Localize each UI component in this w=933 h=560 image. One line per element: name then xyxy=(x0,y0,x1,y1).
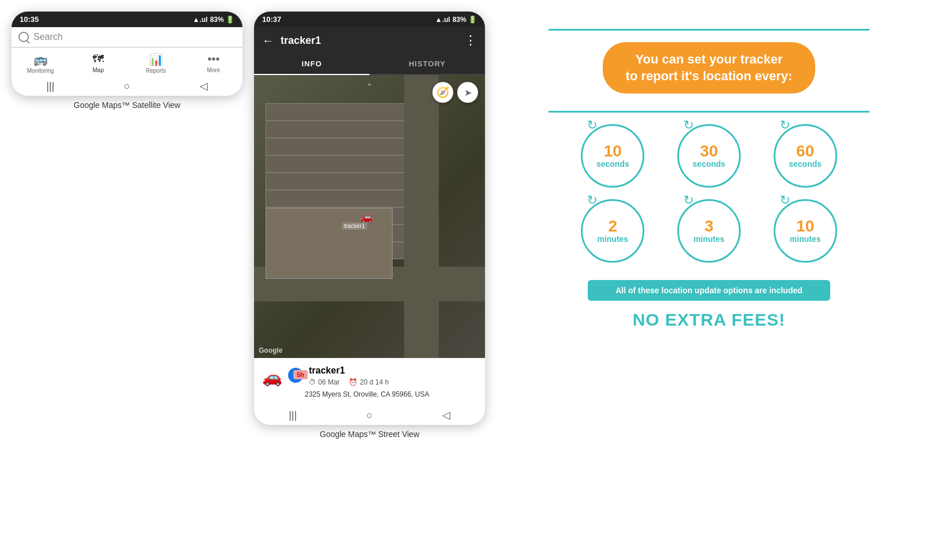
interval-3min-number: 3 xyxy=(704,218,714,234)
aerial-map: 🧭 ➤ 🚗 tracker1 Google ⌃ xyxy=(254,75,485,358)
interval-10min: 10 minutes xyxy=(774,199,837,263)
interval-2min-unit: minutes xyxy=(597,234,628,244)
phone1-mockup: 10:35 ▲.ul 83% 🔋 Search 🧭 ➤ 🚗 iTrack1TE … xyxy=(12,12,242,96)
nav-map-label: Map xyxy=(92,67,103,73)
tracker-duration: ⏰ 20 d 14 h xyxy=(349,378,389,386)
interval-30sec: 30 seconds xyxy=(677,124,741,188)
phone1-signal: ▲.ul xyxy=(193,16,208,24)
intervals-grid: 10 seconds 30 seconds 60 seconds 2 minut… xyxy=(570,124,848,263)
headline-line1: You can set your tracker xyxy=(626,51,793,68)
phone2-status-bar: 10:37 ▲.ul 83% 🔋 xyxy=(254,12,485,27)
no-extra-fees: NO EXTRA FEES! xyxy=(633,310,786,330)
mid-teal-line xyxy=(548,111,870,113)
interval-30sec-unit: seconds xyxy=(693,159,726,169)
phone2-mockup: 10:37 ▲.ul 83% 🔋 ← tracker1 ⋮ INFO HISTO… xyxy=(254,12,485,425)
interval-3min: 3 minutes xyxy=(677,199,741,263)
search-icon xyxy=(18,32,29,42)
phone2-time: 10:37 xyxy=(262,15,281,24)
nav-more-label: More xyxy=(207,67,221,73)
tracker-name: tracker1 xyxy=(309,365,477,376)
phone1-battery: 83% 🔋 xyxy=(210,16,234,24)
sys-back2[interactable]: ||| xyxy=(289,409,297,421)
aerial-google-watermark: Google xyxy=(259,346,282,354)
aerial-location-btn[interactable]: ➤ xyxy=(457,82,478,103)
system-nav-bar: ||| ○ ◁ xyxy=(12,76,242,96)
duration-icon: ⏰ xyxy=(349,378,357,386)
time-badge: 5h xyxy=(293,370,308,379)
nav-monitoring[interactable]: 🚌 Monitoring xyxy=(12,53,69,74)
bottom-nav: 🚌 Monitoring 🗺 Map 📊 Reports ••• More xyxy=(12,47,242,76)
header-title: tracker1 xyxy=(281,35,457,47)
more-icon: ••• xyxy=(207,53,219,66)
phone2-header: ← tracker1 ⋮ xyxy=(254,27,485,54)
interval-10sec: 10 seconds xyxy=(581,124,644,188)
sys-recent2[interactable]: ◁ xyxy=(442,409,450,421)
interval-3min-unit: minutes xyxy=(693,234,725,244)
aerial-car-marker: 🚗 xyxy=(360,211,373,223)
tracker-details: tracker1 ⏱ 06 Mar ⏰ 20 d 14 h xyxy=(309,365,477,386)
top-teal-line xyxy=(548,29,870,31)
tab-info[interactable]: INFO xyxy=(254,54,370,75)
phone1-time: 10:35 xyxy=(20,15,39,24)
no-fees-banner: All of these location update options are… xyxy=(588,280,830,301)
sys-back[interactable]: ||| xyxy=(46,80,54,92)
interval-60sec: 60 seconds xyxy=(774,124,837,188)
interval-10min-unit: minutes xyxy=(790,234,821,244)
search-input[interactable]: Search xyxy=(33,32,63,42)
tab-bar: INFO HISTORY xyxy=(254,54,485,75)
nav-more[interactable]: ••• More xyxy=(185,53,242,74)
phone2-signal: ▲.ul xyxy=(435,16,450,24)
interval-60sec-number: 60 xyxy=(796,143,814,159)
interval-2min: 2 minutes xyxy=(581,199,644,263)
phone2-battery: 83% 🔋 xyxy=(453,16,477,24)
nav-map[interactable]: 🗺 Map xyxy=(69,53,127,74)
monitoring-icon: 🚌 xyxy=(33,53,48,66)
headline-line2: to report it's location every: xyxy=(626,68,793,85)
interval-60sec-unit: seconds xyxy=(789,159,822,169)
nav-monitoring-label: Monitoring xyxy=(27,68,54,74)
tracker-car-icon: 🚗 xyxy=(262,368,282,387)
interval-10sec-number: 10 xyxy=(604,143,622,159)
reports-icon: 📊 xyxy=(149,53,163,66)
system-nav-bar2: ||| ○ ◁ xyxy=(254,405,485,425)
interval-10min-number: 10 xyxy=(796,218,814,234)
clock-icon: ⏱ xyxy=(309,378,316,386)
interval-2min-number: 2 xyxy=(609,218,618,234)
scroll-indicator: ⌃ xyxy=(366,82,373,91)
nav-reports-label: Reports xyxy=(145,68,166,74)
aerial-tracker-label: tracker1 xyxy=(342,222,367,230)
tab-history[interactable]: HISTORY xyxy=(370,54,485,74)
headline-box: You can set your tracker to report it's … xyxy=(603,42,816,94)
tracker-meta: ⏱ 06 Mar ⏰ 20 d 14 h xyxy=(309,378,477,386)
sys-home[interactable]: ○ xyxy=(124,80,130,92)
map-icon: 🗺 xyxy=(92,53,104,66)
info-panel: You can set your tracker to report it's … xyxy=(497,12,921,347)
sys-home2[interactable]: ○ xyxy=(367,409,373,421)
phone1-status-bar: 10:35 ▲.ul 83% 🔋 xyxy=(12,12,242,27)
tracker-date: ⏱ 06 Mar xyxy=(309,378,339,386)
tracker-address: 2325 Myers St, Oroville, CA 95966, USA xyxy=(305,390,477,398)
interval-10sec-unit: seconds xyxy=(596,159,629,169)
search-bar[interactable]: Search xyxy=(12,27,242,47)
phone2-caption: Google Maps™ Street View xyxy=(320,430,420,439)
aerial-compass[interactable]: 🧭 xyxy=(432,82,453,103)
menu-button[interactable]: ⋮ xyxy=(464,33,477,48)
phone1-caption: Google Maps™ Satellite View xyxy=(74,100,181,110)
back-button[interactable]: ← xyxy=(262,34,274,47)
tracker-info-panel: 🚗 P tracker1 ⏱ 06 Mar ⏰ 20 d 14 h xyxy=(254,358,485,405)
nav-reports[interactable]: 📊 Reports xyxy=(127,53,185,74)
sys-recent[interactable]: ◁ xyxy=(200,80,208,92)
interval-30sec-number: 30 xyxy=(700,143,718,159)
